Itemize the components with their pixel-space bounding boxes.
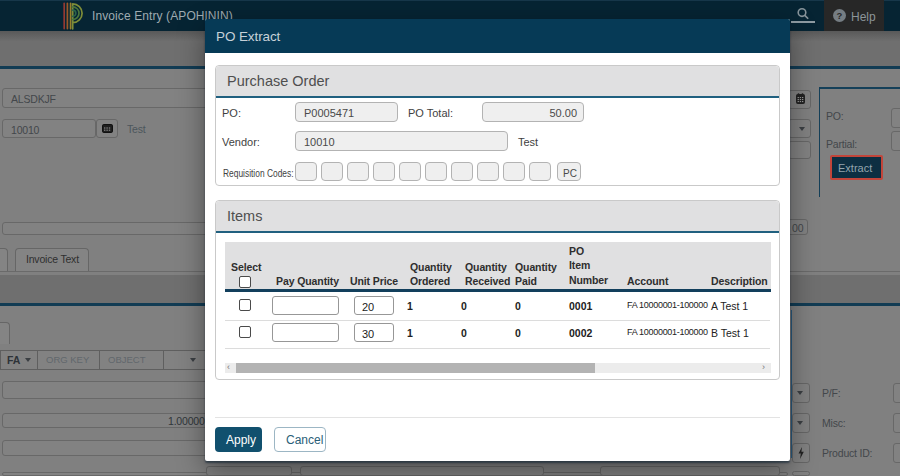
svg-text:?: ? [837,10,843,21]
